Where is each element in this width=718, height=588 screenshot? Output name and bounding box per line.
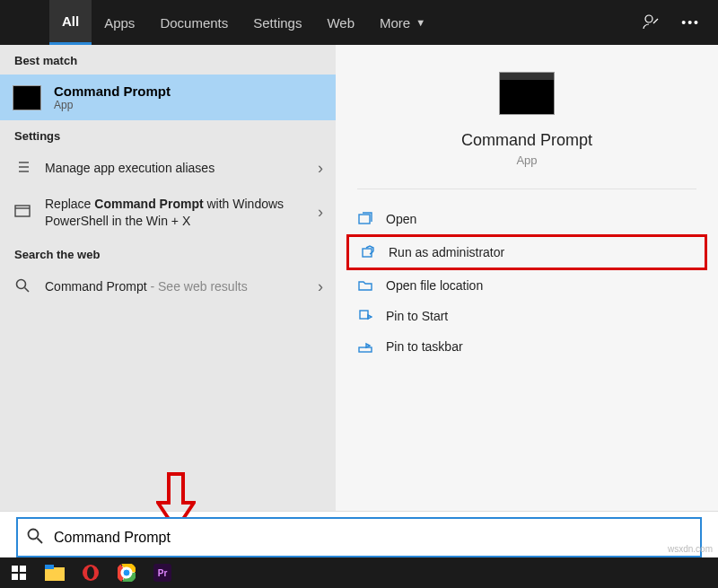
best-match-result[interactable]: Command Prompt App bbox=[0, 75, 336, 120]
svg-line-14 bbox=[25, 287, 30, 292]
action-pin-taskbar[interactable]: Pin to taskbar bbox=[346, 331, 707, 362]
results-left-panel: Best match Command Prompt App Settings M… bbox=[0, 45, 336, 511]
window-icon bbox=[13, 205, 32, 220]
svg-rect-23 bbox=[12, 574, 18, 580]
details-right-panel: Command Prompt App Open Run as administr… bbox=[336, 45, 718, 511]
tab-apps[interactable]: Apps bbox=[92, 0, 147, 45]
svg-point-19 bbox=[29, 530, 39, 540]
action-run-admin-label: Run as administrator bbox=[389, 245, 504, 259]
tab-more-label: More bbox=[380, 15, 410, 31]
feedback-icon[interactable] bbox=[642, 13, 660, 33]
search-results-body: Best match Command Prompt App Settings M… bbox=[0, 45, 718, 512]
settings-item-replace-cmd-label: Replace Command Prompt with Windows Powe… bbox=[45, 196, 305, 230]
chevron-right-icon: › bbox=[318, 277, 323, 296]
pin-taskbar-icon bbox=[357, 338, 373, 355]
action-open[interactable]: Open bbox=[346, 204, 707, 234]
svg-rect-24 bbox=[20, 574, 26, 580]
taskbar-opera[interactable] bbox=[74, 557, 108, 588]
chevron-right-icon: › bbox=[318, 159, 323, 178]
search-box[interactable] bbox=[16, 517, 702, 557]
svg-point-4 bbox=[645, 15, 652, 22]
start-button[interactable] bbox=[2, 557, 36, 588]
app-hero-title: Command Prompt bbox=[461, 131, 592, 150]
svg-rect-17 bbox=[360, 311, 368, 319]
search-icon bbox=[27, 528, 43, 547]
tab-web[interactable]: Web bbox=[314, 0, 367, 45]
pin-start-icon bbox=[357, 308, 373, 324]
svg-rect-25 bbox=[45, 567, 65, 581]
best-match-title: Command Prompt bbox=[54, 83, 171, 99]
tab-settings[interactable]: Settings bbox=[241, 0, 314, 45]
svg-rect-11 bbox=[15, 206, 30, 216]
taskbar-file-explorer[interactable] bbox=[38, 557, 72, 588]
svg-text:Pr: Pr bbox=[158, 568, 168, 578]
more-options-icon[interactable]: ••• bbox=[681, 15, 700, 30]
svg-point-28 bbox=[87, 566, 94, 579]
action-open-location-label: Open file location bbox=[386, 278, 483, 293]
settings-item-aliases[interactable]: Manage app execution aliases › bbox=[0, 150, 336, 187]
best-match-subtitle: App bbox=[54, 99, 171, 111]
settings-item-replace-cmd[interactable]: Replace Command Prompt with Windows Powe… bbox=[0, 187, 336, 239]
search-input[interactable] bbox=[52, 529, 691, 547]
taskbar: Pr bbox=[0, 557, 718, 588]
svg-rect-15 bbox=[359, 215, 370, 224]
action-open-location[interactable]: Open file location bbox=[346, 270, 707, 301]
action-pin-start[interactable]: Pin to Start bbox=[346, 301, 707, 331]
app-hero: Command Prompt App bbox=[357, 72, 696, 189]
run-as-admin-icon bbox=[360, 244, 376, 260]
tab-more[interactable]: More ▼ bbox=[367, 0, 438, 45]
action-list: Open Run as administrator Open file loca… bbox=[336, 198, 718, 367]
taskbar-chrome[interactable] bbox=[109, 557, 144, 588]
action-open-label: Open bbox=[386, 212, 416, 226]
watermark: wsxdn.com bbox=[668, 544, 713, 554]
section-web: Search the web bbox=[0, 239, 336, 268]
search-icon bbox=[13, 278, 32, 295]
section-best-match: Best match bbox=[0, 45, 336, 75]
chevron-down-icon: ▼ bbox=[416, 17, 425, 28]
settings-item-aliases-label: Manage app execution aliases bbox=[45, 160, 215, 177]
taskbar-premiere[interactable]: Pr bbox=[145, 557, 180, 588]
tab-all[interactable]: All bbox=[49, 0, 92, 45]
web-result-label: Command Prompt - See web results bbox=[45, 278, 248, 295]
svg-rect-16 bbox=[363, 249, 372, 257]
action-run-admin[interactable]: Run as administrator bbox=[346, 234, 707, 270]
section-settings: Settings bbox=[0, 120, 336, 150]
folder-icon bbox=[357, 277, 373, 294]
search-filter-tabs: All Apps Documents Settings Web More ▼ •… bbox=[0, 0, 718, 45]
app-hero-subtitle: App bbox=[516, 154, 537, 167]
svg-rect-26 bbox=[45, 565, 54, 569]
svg-rect-22 bbox=[20, 566, 26, 572]
action-pin-taskbar-label: Pin to taskbar bbox=[386, 339, 463, 354]
tab-documents[interactable]: Documents bbox=[147, 0, 241, 45]
list-icon bbox=[13, 161, 32, 176]
svg-line-20 bbox=[38, 539, 43, 544]
svg-rect-21 bbox=[12, 566, 18, 572]
command-prompt-large-icon bbox=[499, 72, 555, 115]
action-pin-start-label: Pin to Start bbox=[386, 309, 448, 323]
web-result-item[interactable]: Command Prompt - See web results › bbox=[0, 268, 336, 305]
svg-point-13 bbox=[17, 279, 26, 288]
chevron-right-icon: › bbox=[318, 203, 323, 222]
svg-rect-18 bbox=[359, 347, 372, 352]
command-prompt-icon bbox=[13, 85, 41, 110]
open-app-icon bbox=[357, 211, 373, 227]
